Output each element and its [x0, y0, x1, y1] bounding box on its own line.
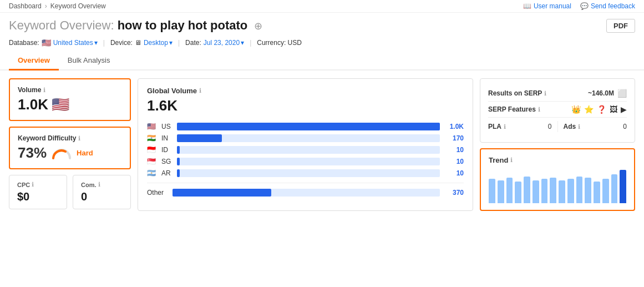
serp-results-row: Results on SERP ℹ ~146.0M ⬜: [488, 85, 627, 102]
us-flag: 🇺🇸: [42, 38, 51, 47]
play-icon: ▶: [621, 105, 627, 114]
flag-sg: 🇸🇬: [147, 157, 157, 165]
country-sg: SG: [161, 158, 173, 165]
ads-value: 0: [623, 123, 627, 130]
cpc-info-icon[interactable]: ℹ: [32, 181, 34, 188]
country-ar: AR: [161, 169, 173, 177]
volume-value: 1.0K 🇺🇸: [18, 96, 122, 113]
com-info-icon[interactable]: ℹ: [98, 181, 100, 188]
kd-label: Keyword Difficulty ℹ: [18, 134, 122, 142]
bar-row-in: 🇮🇳 IN 170: [147, 134, 464, 142]
question-icon: ❓: [597, 105, 606, 114]
country-us: US: [161, 123, 173, 130]
ads-label: Ads ℹ: [564, 123, 581, 130]
trend-bar-13: [602, 179, 609, 203]
com-card: Com. ℹ 0: [73, 175, 131, 209]
chevron-down-icon: ▾: [94, 39, 98, 47]
bar-value-ar: 10: [444, 169, 464, 177]
trend-bar-14: [611, 174, 618, 203]
trend-bar-3: [515, 182, 521, 203]
kd-value: 73%: [18, 144, 47, 162]
tab-bulk-analysis[interactable]: Bulk Analysis: [59, 52, 119, 71]
serp-features-label: SERP Features ℹ: [488, 105, 540, 113]
trend-bar-9: [567, 179, 574, 203]
pla-info-icon[interactable]: ℹ: [504, 123, 506, 130]
serp-results-label: Results on SERP ℹ: [488, 89, 546, 97]
serp-results-value: ~146.0M: [588, 89, 614, 97]
volume-card: Volume ℹ 1.0K 🇺🇸: [9, 78, 131, 121]
country-id: ID: [161, 146, 173, 154]
chevron-down-icon-2: ▾: [169, 39, 173, 47]
trend-bar-6: [541, 179, 548, 203]
left-panel: Volume ℹ 1.0K 🇺🇸 Keyword Difficulty ℹ 73…: [9, 78, 131, 211]
pla-section: PLA ℹ 0: [488, 123, 552, 130]
country-in: IN: [161, 134, 173, 142]
global-vol-info-icon[interactable]: ℹ: [199, 87, 201, 94]
bar-fill-in: [177, 134, 222, 142]
breadcrumb: Dashboard › Keyword Overview: [9, 2, 106, 10]
desktop-icon: 🖥: [135, 39, 141, 47]
serp-card: Results on SERP ℹ ~146.0M ⬜ SERP Feature…: [480, 78, 635, 143]
other-bar-value: 370: [444, 189, 464, 197]
us-flag-volume: 🇺🇸: [52, 96, 69, 113]
main-content: Volume ℹ 1.0K 🇺🇸 Keyword Difficulty ℹ 73…: [0, 71, 644, 219]
tab-overview[interactable]: Overview: [9, 52, 59, 71]
trend-bar-1: [498, 180, 504, 203]
trend-bar-2: [506, 178, 513, 203]
export-icon[interactable]: ⬜: [617, 89, 627, 98]
ads-section: Ads ℹ 0: [564, 123, 627, 130]
trend-info-icon[interactable]: ℹ: [510, 157, 513, 164]
trend-bar-4: [524, 177, 530, 203]
pla-label: PLA ℹ: [488, 123, 506, 130]
database-selector[interactable]: United States ▾: [53, 39, 98, 47]
bar-row-ar: 🇦🇷 AR 10: [147, 169, 464, 177]
pla-ads-container: PLA ℹ 0 Ads ℹ 0: [488, 121, 627, 132]
trend-bar-12: [594, 182, 600, 203]
bar-row-sg: 🇸🇬 SG 10: [147, 157, 464, 165]
add-icon[interactable]: ⊕: [254, 21, 262, 32]
keyword-difficulty-card: Keyword Difficulty ℹ 73% Hard: [9, 127, 131, 169]
filters-bar: Database: 🇺🇸 United States ▾ | Device: 🖥…: [0, 36, 644, 52]
tabs-bar: Overview Bulk Analysis: [0, 52, 644, 71]
send-feedback-link[interactable]: 💬 Send feedback: [580, 2, 635, 10]
bars-container: 🇺🇸 US 1.0K 🇮🇳 IN 170 🇮🇩 ID 10 🇸🇬 SG: [147, 122, 464, 177]
volume-info-icon[interactable]: ℹ: [43, 87, 45, 94]
database-label: Database:: [9, 39, 39, 47]
kd-rating: Hard: [77, 149, 93, 157]
ads-info-icon[interactable]: ℹ: [578, 123, 580, 130]
bar-fill-sg: [177, 158, 180, 165]
other-row: Other 370: [147, 183, 464, 197]
serp-features-row: SERP Features ℹ 👑 ⭐ ❓ 🖼 ▶: [488, 102, 627, 118]
crown-icon: 👑: [571, 105, 581, 114]
bar-row-id: 🇮🇩 ID 10: [147, 145, 464, 154]
pdf-button[interactable]: PDF: [606, 19, 635, 33]
global-vol-label: Global Volume ℹ: [147, 87, 464, 95]
com-value: 0: [81, 190, 123, 203]
global-vol-value: 1.6K: [147, 97, 464, 114]
page-header: Keyword Overview: how to play hot potato…: [0, 13, 644, 36]
serp-features-info-icon[interactable]: ℹ: [538, 106, 540, 113]
breadcrumb-dashboard[interactable]: Dashboard: [9, 2, 42, 10]
kd-info-icon[interactable]: ℹ: [78, 135, 80, 142]
user-manual-link[interactable]: 📖 User manual: [523, 2, 571, 10]
trend-label: Trend ℹ: [489, 156, 626, 164]
chat-icon: 💬: [580, 2, 589, 10]
other-bar-track: [173, 189, 440, 197]
bar-track-ar: [177, 169, 440, 177]
bar-value-us: 1.0K: [444, 123, 464, 130]
bar-value-in: 170: [444, 134, 464, 142]
device-selector[interactable]: Desktop ▾: [144, 39, 173, 47]
trend-bar-5: [533, 180, 539, 203]
pla-ads-row: PLA ℹ 0 Ads ℹ 0: [488, 118, 627, 135]
bar-fill-ar: [177, 169, 180, 177]
bar-track-sg: [177, 158, 440, 165]
date-selector[interactable]: Jul 23, 2020 ▾: [204, 39, 244, 47]
flag-us: 🇺🇸: [147, 122, 157, 130]
trend-bar-10: [576, 177, 583, 203]
top-actions: 📖 User manual 💬 Send feedback: [523, 2, 635, 10]
chevron-down-icon-3: ▾: [241, 39, 244, 47]
pla-value: 0: [548, 123, 552, 130]
serp-results-info-icon[interactable]: ℹ: [544, 90, 546, 97]
middle-panel: Global Volume ℹ 1.6K 🇺🇸 US 1.0K 🇮🇳 IN 17…: [138, 78, 473, 211]
device-label: Device:: [110, 39, 133, 47]
